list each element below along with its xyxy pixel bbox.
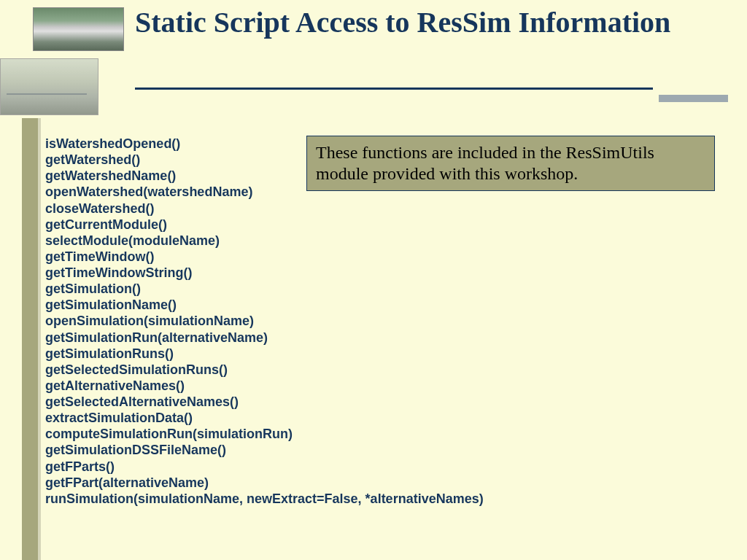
function-item: getSimulationDSSFileName() bbox=[45, 442, 484, 458]
function-item: getCurrentModule() bbox=[45, 217, 484, 233]
title-underline bbox=[135, 88, 653, 90]
function-item: computeSimulationRun(simulationRun) bbox=[45, 426, 484, 442]
function-item: getSimulationRun(alternativeName) bbox=[45, 330, 484, 346]
function-item: getTimeWindowString() bbox=[45, 265, 484, 281]
function-item: getSelectedSimulationRuns() bbox=[45, 362, 484, 378]
function-item: getFPart(alternativeName) bbox=[45, 475, 484, 491]
function-item: runSimulation(simulationName, newExtract… bbox=[45, 491, 484, 507]
function-item: selectModule(moduleName) bbox=[45, 233, 484, 249]
function-item: getSimulationName() bbox=[45, 297, 484, 313]
function-item: getSimulation() bbox=[45, 281, 484, 297]
chart-overlay-photo bbox=[0, 58, 98, 115]
function-item: getFParts() bbox=[45, 459, 484, 475]
note-box: These functions are included in the ResS… bbox=[306, 136, 715, 191]
sidebar-bar bbox=[22, 118, 38, 560]
function-item: extractSimulationData() bbox=[45, 410, 484, 426]
function-item: closeWatershed() bbox=[45, 201, 484, 217]
function-item: getSelectedAlternativeNames() bbox=[45, 394, 484, 410]
function-list: isWatershedOpened()getWatershed()getWate… bbox=[45, 136, 484, 507]
function-item: getTimeWindow() bbox=[45, 249, 484, 265]
slide-title: Static Script Access to ResSim Informati… bbox=[135, 6, 670, 39]
sidebar-shadow bbox=[38, 118, 41, 560]
function-item: openSimulation(simulationName) bbox=[45, 313, 484, 329]
function-item: getAlternativeNames() bbox=[45, 378, 484, 394]
dam-photo bbox=[33, 7, 124, 51]
title-accent bbox=[659, 95, 728, 102]
function-item: getSimulationRuns() bbox=[45, 346, 484, 362]
